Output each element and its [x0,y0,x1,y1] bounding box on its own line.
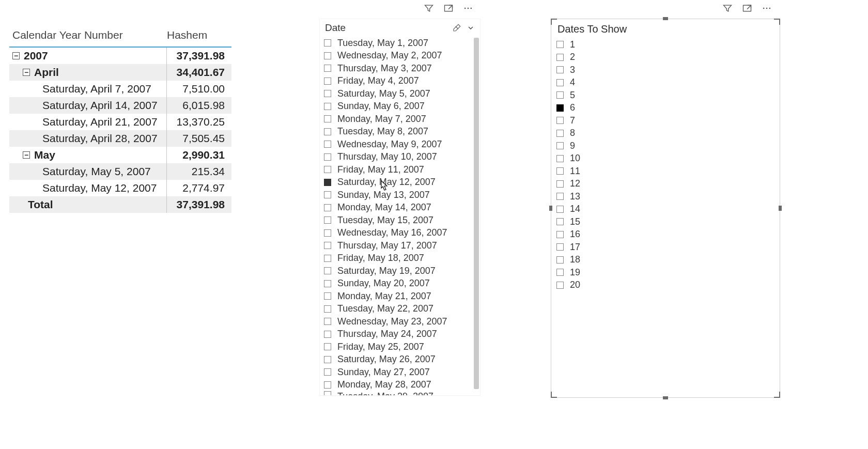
slicer-item[interactable]: 8 [556,127,774,140]
slicer-item[interactable]: Saturday, May 26, 2007 [324,353,476,366]
more-options-icon[interactable] [762,3,772,13]
eraser-icon[interactable] [452,23,461,33]
expander-icon[interactable]: − [23,151,30,159]
checkbox[interactable] [324,255,331,262]
slicer-item[interactable]: Sunday, May 27, 2007 [324,366,476,379]
selection-corner[interactable] [551,392,557,398]
slicer-item[interactable]: Tuesday, May 22, 2007 [324,303,476,316]
matrix-row[interactable]: −April34,401.67 [9,64,231,81]
slicer-item[interactable]: 9 [556,140,774,152]
slicer-item[interactable]: Friday, May 4, 2007 [324,75,476,88]
checkbox[interactable] [324,356,331,363]
selection-handle[interactable] [663,17,668,20]
checkbox[interactable] [556,206,564,213]
slicer-item[interactable]: Monday, May 21, 2007 [324,290,476,303]
checkbox[interactable] [324,381,331,389]
focus-mode-icon[interactable] [742,3,752,13]
slicer-item[interactable]: Wednesday, May 23, 2007 [324,315,476,328]
checkbox[interactable] [556,193,564,200]
checkbox[interactable] [556,231,564,238]
matrix-header-col1[interactable]: Calendar Year Number [9,29,167,41]
selection-handle[interactable] [663,396,668,399]
scrollbar-thumb[interactable] [474,38,479,389]
checkbox[interactable] [556,180,564,188]
slicer-item[interactable]: Thursday, May 24, 2007 [324,328,476,341]
checkbox[interactable] [324,128,331,135]
slicer-item[interactable]: Saturday, May 12, 2007 [324,176,476,189]
slicer-item[interactable]: 5 [556,89,774,102]
selection-corner[interactable] [551,19,557,25]
matrix-row[interactable]: Saturday, April 14, 20076,015.98 [9,97,231,114]
checkbox[interactable] [324,166,331,173]
slicer-item[interactable]: 1 [556,38,774,51]
checkbox[interactable] [324,242,331,249]
focus-mode-icon[interactable] [443,3,454,13]
checkbox[interactable] [556,41,564,48]
checkbox[interactable] [556,282,564,289]
checkbox[interactable] [324,368,331,376]
checkbox[interactable] [324,229,331,237]
slicer-item[interactable]: 18 [556,254,774,267]
checkbox[interactable] [324,391,331,396]
filter-icon[interactable] [722,3,733,13]
slicer-item[interactable]: Sunday, May 20, 2007 [324,277,476,290]
matrix-row[interactable]: Saturday, April 7, 20077,510.00 [9,81,231,97]
filter-icon[interactable] [424,3,434,13]
slicer-item[interactable]: Thursday, May 10, 2007 [324,151,476,164]
slicer-item[interactable]: Sunday, May 13, 2007 [324,189,476,202]
slicer-item[interactable]: Tuesday, May 15, 2007 [324,214,476,227]
checkbox[interactable] [556,91,564,99]
checkbox[interactable] [324,191,331,198]
checkbox[interactable] [556,66,564,73]
matrix-row[interactable]: −200737,391.98 [9,48,231,64]
slicer-item[interactable]: Monday, May 14, 2007 [324,202,476,214]
slicer-item[interactable]: 20 [556,279,774,292]
slicer-item[interactable]: Friday, May 18, 2007 [324,252,476,265]
slicer-item[interactable]: 15 [556,215,774,228]
expander-icon[interactable]: − [23,69,30,76]
slicer-item[interactable]: Wednesday, May 16, 2007 [324,227,476,240]
slicer-item[interactable]: Tuesday, May 1, 2007 [324,37,476,50]
slicer-item[interactable]: 13 [556,190,774,203]
checkbox[interactable] [324,292,331,300]
slicer-item[interactable]: Tuesday, May 8, 2007 [324,126,476,138]
slicer-item[interactable]: Friday, May 11, 2007 [324,163,476,176]
checkbox[interactable] [556,104,564,112]
checkbox[interactable] [556,155,564,162]
slicer-item[interactable]: Monday, May 28, 2007 [324,379,476,392]
checkbox[interactable] [324,267,331,274]
checkbox[interactable] [324,318,331,325]
checkbox[interactable] [556,117,564,124]
checkbox[interactable] [324,65,331,72]
selection-corner[interactable] [774,392,780,398]
slicer-item[interactable]: 11 [556,165,774,178]
checkbox[interactable] [324,52,331,59]
dates-to-show-slicer[interactable]: Dates To Show 12345678910111213141516171… [551,19,780,398]
slicer-item[interactable]: Saturday, May 5, 2007 [324,87,476,100]
checkbox[interactable] [556,79,564,86]
slicer-item[interactable]: Wednesday, May 9, 2007 [324,138,476,151]
selection-handle[interactable] [779,206,782,211]
checkbox[interactable] [556,269,564,276]
expander-icon[interactable]: − [12,52,20,59]
matrix-row[interactable]: Saturday, April 28, 20077,505.45 [9,130,231,147]
slicer-item[interactable]: Sunday, May 6, 2007 [324,100,476,113]
checkbox[interactable] [556,142,564,149]
slicer-item[interactable]: Thursday, May 3, 2007 [324,62,476,75]
slicer-item[interactable]: 10 [556,152,774,165]
checkbox[interactable] [324,115,331,122]
checkbox[interactable] [324,78,331,85]
selection-handle[interactable] [549,206,552,211]
matrix-row[interactable]: Saturday, April 21, 200713,370.25 [9,114,231,130]
slicer-item[interactable]: Wednesday, May 2, 2007 [324,50,476,63]
matrix-row[interactable]: −May2,990.31 [9,147,231,163]
checkbox[interactable] [324,103,331,110]
slicer-item[interactable]: Tuesday, May 29, 2007 [324,391,476,396]
slicer-item[interactable]: Monday, May 7, 2007 [324,113,476,126]
checkbox[interactable] [556,167,564,175]
checkbox[interactable] [556,54,564,61]
checkbox[interactable] [324,39,331,47]
slicer-item[interactable]: Thursday, May 17, 2007 [324,239,476,252]
slicer-item[interactable]: Friday, May 25, 2007 [324,340,476,353]
slicer-item[interactable]: 3 [556,64,774,76]
